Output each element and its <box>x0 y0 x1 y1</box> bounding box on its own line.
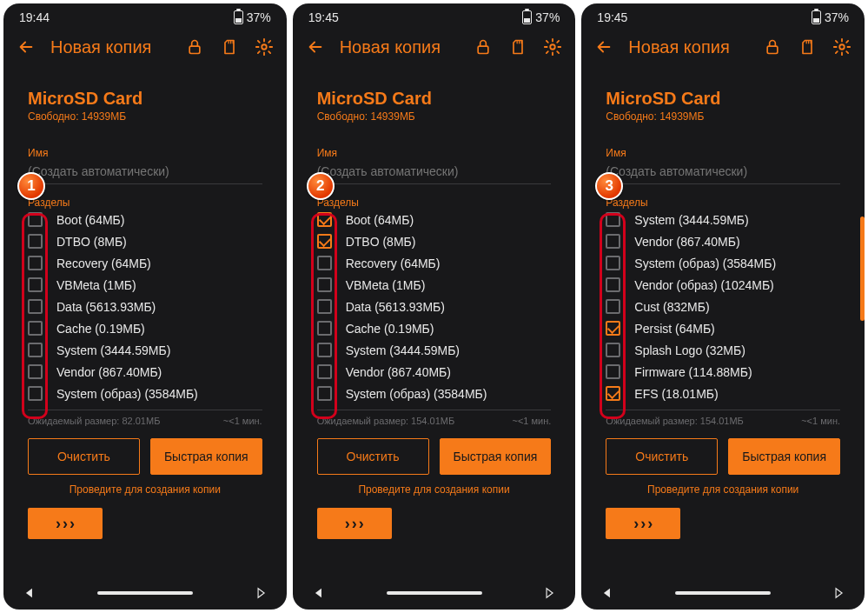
nav-home[interactable] <box>345 591 524 595</box>
partition-checkbox[interactable] <box>606 234 620 249</box>
partition-row[interactable]: Splash Logo (32МБ) <box>606 339 840 361</box>
partition-row[interactable]: Firmware (114.88МБ) <box>606 361 840 383</box>
backup-name-input[interactable] <box>317 159 552 184</box>
partition-row[interactable]: Data (5613.93МБ) <box>317 296 552 317</box>
partition-row[interactable]: System (образ) (3584МБ) <box>317 383 552 404</box>
settings-icon[interactable] <box>542 37 563 57</box>
quick-backup-button[interactable]: Быстрая копия <box>150 438 262 475</box>
sdcard-icon[interactable] <box>797 37 818 57</box>
partition-row[interactable]: Recovery (64МБ) <box>317 252 552 274</box>
partition-row[interactable]: Recovery (64МБ) <box>28 252 262 274</box>
partition-checkbox[interactable] <box>606 299 620 314</box>
partition-checkbox[interactable] <box>28 386 43 401</box>
partition-checkbox[interactable] <box>317 277 332 292</box>
partition-checkbox[interactable] <box>28 277 43 292</box>
partition-label: EFS (18.01МБ) <box>634 387 718 401</box>
partition-row[interactable]: VBMeta (1МБ) <box>317 274 552 296</box>
partition-row[interactable]: Persist (64МБ) <box>606 317 840 339</box>
partition-row[interactable]: Vendor (867.40МБ) <box>317 361 552 383</box>
partition-checkbox[interactable] <box>28 234 43 249</box>
backup-name-input[interactable] <box>606 159 840 184</box>
partition-checkbox[interactable] <box>606 321 620 336</box>
back-button[interactable] <box>305 37 326 57</box>
partition-checkbox[interactable] <box>28 299 43 314</box>
partition-list[interactable]: System (3444.59МБ) Vendor (867.40МБ) Sys… <box>606 209 840 410</box>
partition-label: System (образ) (3584МБ) <box>56 387 198 401</box>
lock-icon[interactable] <box>184 37 205 57</box>
svg-point-3 <box>551 44 556 50</box>
partition-list[interactable]: Boot (64МБ) DTBO (8МБ) Recovery (64МБ) V… <box>28 209 262 410</box>
partition-row[interactable]: Vendor (867.40МБ) <box>606 230 840 252</box>
partition-checkbox[interactable] <box>317 299 332 314</box>
partition-row[interactable]: Cache (0.19МБ) <box>317 317 552 339</box>
clear-button[interactable]: Очистить <box>28 438 140 475</box>
sdcard-icon[interactable] <box>219 37 240 57</box>
sdcard-icon[interactable] <box>507 37 528 57</box>
nav-recent[interactable] <box>235 587 287 599</box>
clear-button[interactable]: Очистить <box>317 438 429 475</box>
nav-recent[interactable] <box>523 587 575 599</box>
partition-label: Vendor (867.40МБ) <box>346 365 451 379</box>
partition-checkbox[interactable] <box>317 386 332 401</box>
settings-icon[interactable] <box>254 37 275 57</box>
partition-checkbox[interactable] <box>606 386 620 401</box>
partition-row[interactable]: Vendor (867.40МБ) <box>28 361 262 383</box>
partition-row[interactable]: System (образ) (3584МБ) <box>28 383 262 404</box>
partition-row[interactable]: VBMeta (1МБ) <box>28 274 262 296</box>
partition-checkbox[interactable] <box>28 321 43 336</box>
partition-checkbox[interactable] <box>28 364 43 379</box>
swipe-to-confirm[interactable]: › › › <box>317 508 392 539</box>
back-button[interactable] <box>593 37 614 57</box>
partition-row[interactable]: Data (5613.93МБ) <box>28 296 262 317</box>
nav-back[interactable] <box>581 587 633 599</box>
partition-checkbox[interactable] <box>317 343 332 357</box>
nav-back[interactable] <box>293 587 345 599</box>
expected-time: ~<1 мин. <box>223 416 262 426</box>
nav-home[interactable] <box>633 591 812 595</box>
battery-percent: 37% <box>247 10 271 24</box>
partition-row[interactable]: System (образ) (3584МБ) <box>606 252 840 274</box>
partition-checkbox[interactable] <box>317 256 332 270</box>
swipe-to-confirm[interactable]: › › › <box>28 508 103 539</box>
nav-home[interactable] <box>56 591 235 595</box>
nav-recent[interactable] <box>812 587 865 599</box>
backup-name-input[interactable] <box>28 159 262 184</box>
partition-row[interactable]: Vendor (образ) (1024МБ) <box>606 274 840 296</box>
quick-backup-button[interactable]: Быстрая копия <box>728 438 840 475</box>
partition-checkbox[interactable] <box>317 364 332 379</box>
quick-backup-button[interactable]: Быстрая копия <box>440 438 552 475</box>
partition-list[interactable]: Boot (64МБ) DTBO (8МБ) Recovery (64МБ) V… <box>317 209 552 410</box>
partition-checkbox[interactable] <box>317 212 332 227</box>
partition-checkbox[interactable] <box>317 234 332 249</box>
partition-row[interactable]: DTBO (8МБ) <box>317 230 552 252</box>
partition-row[interactable]: Boot (64МБ) <box>28 209 262 230</box>
partition-row[interactable]: EFS (18.01МБ) <box>606 383 840 404</box>
partition-checkbox[interactable] <box>28 212 43 227</box>
partition-row[interactable]: Cust (832МБ) <box>606 296 840 317</box>
scrollbar-thumb[interactable] <box>860 217 865 321</box>
partition-row[interactable]: System (3444.59МБ) <box>317 339 552 361</box>
settings-icon[interactable] <box>832 37 852 57</box>
back-button[interactable] <box>16 37 36 57</box>
lock-icon[interactable] <box>762 37 783 57</box>
partition-checkbox[interactable] <box>606 364 620 379</box>
partition-row[interactable]: Boot (64МБ) <box>317 209 552 230</box>
partition-checkbox[interactable] <box>606 212 620 227</box>
partition-checkbox[interactable] <box>317 321 332 336</box>
phone-3: 19:45 37% Новая копия MicroSD Card Свобо… <box>581 3 865 610</box>
partition-checkbox[interactable] <box>28 256 43 270</box>
appbar-title: Новая копия <box>628 37 748 57</box>
svg-rect-2 <box>479 46 489 53</box>
partition-row[interactable]: DTBO (8МБ) <box>28 230 262 252</box>
partition-checkbox[interactable] <box>606 256 620 270</box>
nav-back[interactable] <box>3 587 56 599</box>
lock-icon[interactable] <box>473 37 494 57</box>
partition-checkbox[interactable] <box>606 277 620 292</box>
partition-row[interactable]: Cache (0.19МБ) <box>28 317 262 339</box>
swipe-to-confirm[interactable]: › › › <box>606 508 680 539</box>
partition-checkbox[interactable] <box>606 343 620 357</box>
partition-row[interactable]: System (3444.59МБ) <box>606 209 840 230</box>
partition-row[interactable]: System (3444.59МБ) <box>28 339 262 361</box>
clear-button[interactable]: Очистить <box>606 438 718 475</box>
partition-checkbox[interactable] <box>28 343 43 357</box>
